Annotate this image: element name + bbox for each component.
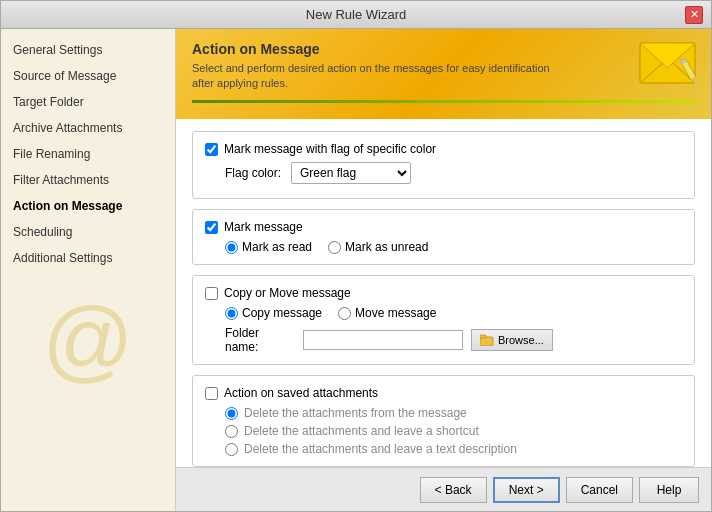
mark-as-unread-option: Mark as unread <box>328 240 428 254</box>
form-area: Mark message with flag of specific color… <box>176 119 711 467</box>
delete-leave-text-radio[interactable] <box>225 443 238 456</box>
folder-row: Folder name: Browse... <box>225 326 682 354</box>
envelope-icon <box>638 33 703 96</box>
mark-checkbox-row: Mark message <box>205 220 682 234</box>
banner-description: Select and perform desired action on the… <box>192 61 572 92</box>
cancel-button[interactable]: Cancel <box>566 477 633 503</box>
main-panel: Action on Message Select and perform des… <box>176 29 711 511</box>
mark-as-unread-radio[interactable] <box>328 241 341 254</box>
sidebar-item-source-of-message[interactable]: Source of Message <box>1 63 175 89</box>
copy-message-option: Copy message <box>225 306 322 320</box>
folder-name-input[interactable] <box>303 330 463 350</box>
move-message-radio[interactable] <box>338 307 351 320</box>
decorative-at-icon: @ <box>38 291 138 391</box>
copy-move-checkbox[interactable] <box>205 287 218 300</box>
sidebar: General Settings Source of Message Targe… <box>1 29 176 511</box>
attachments-checkbox[interactable] <box>205 387 218 400</box>
attachments-section: Action on saved attachments Delete the a… <box>192 375 695 467</box>
copy-move-radio-row: Copy message Move message <box>225 306 682 320</box>
titlebar: New Rule Wizard ✕ <box>1 1 711 29</box>
window-title: New Rule Wizard <box>27 7 685 22</box>
main-content: General Settings Source of Message Targe… <box>1 29 711 511</box>
svg-rect-9 <box>480 335 486 338</box>
sidebar-item-scheduling[interactable]: Scheduling <box>1 219 175 245</box>
back-button[interactable]: < Back <box>420 477 487 503</box>
copy-move-checkbox-row: Copy or Move message <box>205 286 682 300</box>
attachments-checkbox-row: Action on saved attachments <box>205 386 682 400</box>
copy-message-label[interactable]: Copy message <box>242 306 322 320</box>
sidebar-item-target-folder[interactable]: Target Folder <box>1 89 175 115</box>
wizard-window: New Rule Wizard ✕ General Settings Sourc… <box>0 0 712 512</box>
attachment-options: Delete the attachments from the message … <box>225 406 682 456</box>
copy-move-section: Copy or Move message Copy message Move m… <box>192 275 695 365</box>
mark-checkbox-label[interactable]: Mark message <box>224 220 303 234</box>
banner-title: Action on Message <box>192 41 695 57</box>
flag-color-row: Flag color: Green flag Red flag Blue fla… <box>225 162 682 184</box>
browse-button[interactable]: Browse... <box>471 329 553 351</box>
mark-as-unread-label[interactable]: Mark as unread <box>345 240 428 254</box>
sidebar-item-filter-attachments[interactable]: Filter Attachments <box>1 167 175 193</box>
delete-from-message-option: Delete the attachments from the message <box>225 406 682 420</box>
sidebar-item-general-settings[interactable]: General Settings <box>1 37 175 63</box>
sidebar-item-file-renaming[interactable]: File Renaming <box>1 141 175 167</box>
flag-color-select[interactable]: Green flag Red flag Blue flag Yellow fla… <box>291 162 411 184</box>
browse-label: Browse... <box>498 334 544 346</box>
delete-leave-shortcut-label[interactable]: Delete the attachments and leave a short… <box>244 424 479 438</box>
banner-line <box>192 100 695 103</box>
footer: < Back Next > Cancel Help <box>176 467 711 511</box>
mark-section: Mark message Mark as read Mark as unread <box>192 209 695 265</box>
attachments-checkbox-label[interactable]: Action on saved attachments <box>224 386 378 400</box>
flag-checkbox[interactable] <box>205 143 218 156</box>
next-button[interactable]: Next > <box>493 477 560 503</box>
mark-radio-row: Mark as read Mark as unread <box>225 240 682 254</box>
copy-message-radio[interactable] <box>225 307 238 320</box>
flag-checkbox-row: Mark message with flag of specific color <box>205 142 682 156</box>
delete-leave-shortcut-option: Delete the attachments and leave a short… <box>225 424 682 438</box>
delete-from-message-radio[interactable] <box>225 407 238 420</box>
delete-leave-text-option: Delete the attachments and leave a text … <box>225 442 682 456</box>
help-button[interactable]: Help <box>639 477 699 503</box>
folder-label: Folder name: <box>225 326 295 354</box>
header-banner: Action on Message Select and perform des… <box>176 29 711 119</box>
sidebar-item-archive-attachments[interactable]: Archive Attachments <box>1 115 175 141</box>
move-message-option: Move message <box>338 306 436 320</box>
sidebar-item-action-on-message[interactable]: Action on Message <box>1 193 175 219</box>
folder-icon <box>480 334 494 346</box>
close-button[interactable]: ✕ <box>685 6 703 24</box>
delete-leave-text-label[interactable]: Delete the attachments and leave a text … <box>244 442 517 456</box>
svg-text:@: @ <box>42 291 133 390</box>
delete-from-message-label[interactable]: Delete the attachments from the message <box>244 406 467 420</box>
mark-as-read-label[interactable]: Mark as read <box>242 240 312 254</box>
flag-section: Mark message with flag of specific color… <box>192 131 695 199</box>
mark-as-read-radio[interactable] <box>225 241 238 254</box>
flag-checkbox-label[interactable]: Mark message with flag of specific color <box>224 142 436 156</box>
flag-color-label: Flag color: <box>225 166 281 180</box>
move-message-label[interactable]: Move message <box>355 306 436 320</box>
delete-leave-shortcut-radio[interactable] <box>225 425 238 438</box>
mark-as-read-option: Mark as read <box>225 240 312 254</box>
mark-checkbox[interactable] <box>205 221 218 234</box>
copy-move-checkbox-label[interactable]: Copy or Move message <box>224 286 351 300</box>
sidebar-item-additional-settings[interactable]: Additional Settings <box>1 245 175 271</box>
